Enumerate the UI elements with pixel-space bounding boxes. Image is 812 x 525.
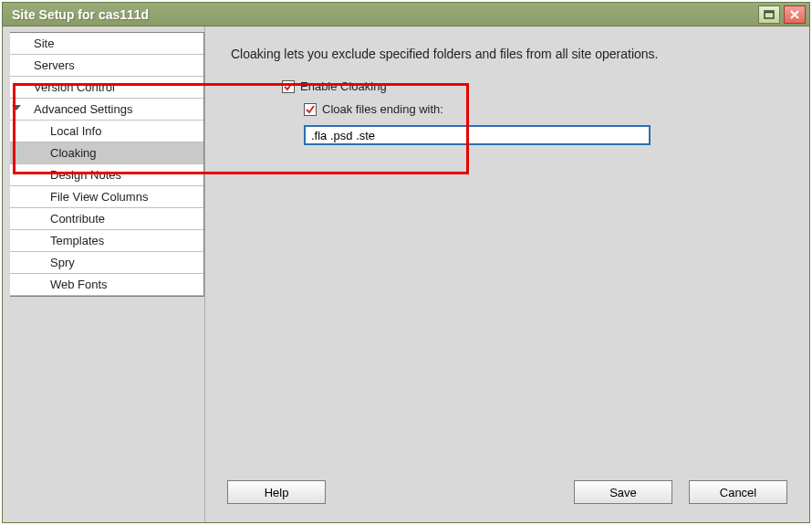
sidebar-item-servers[interactable]: Servers [10, 55, 203, 77]
nav-tree: SiteServersVersion ControlAdvanced Setti… [10, 32, 204, 297]
sidebar-item-label: Local Info [50, 124, 101, 138]
sidebar-item-templates[interactable]: Templates [10, 230, 203, 252]
enable-cloaking-label: Enable Cloaking [300, 79, 387, 93]
titlebar: Site Setup for cas111d [3, 3, 809, 26]
sidebar-item-label: Version Control [34, 80, 115, 94]
cloak-files-row: Cloak files ending with: [304, 102, 784, 116]
window-title: Site Setup for cas111d [12, 7, 758, 22]
sidebar-item-label: Advanced Settings [34, 102, 132, 116]
cloak-files-label: Cloak files ending with: [322, 102, 443, 116]
sidebar-item-label: Templates [50, 234, 104, 247]
sidebar-item-contribute[interactable]: Contribute [10, 208, 203, 230]
cancel-button[interactable]: Cancel [689, 480, 787, 504]
sidebar-item-label: Contribute [50, 212, 105, 226]
sidebar-item-advanced-settings[interactable]: Advanced Settings [10, 99, 203, 121]
sidebar-item-label: Spry [50, 256, 75, 269]
sidebar-item-local-info[interactable]: Local Info [10, 121, 203, 142]
main-panel: Cloaking lets you exclude specified fold… [205, 26, 809, 522]
enable-cloaking-row: Enable Cloaking [282, 79, 784, 93]
maximize-button[interactable] [758, 5, 780, 24]
help-button[interactable]: Help [227, 480, 326, 504]
extensions-input[interactable] [304, 125, 651, 145]
save-button[interactable]: Save [574, 480, 672, 504]
description-text: Cloaking lets you exclude specified fold… [231, 47, 784, 61]
sidebar-item-label: Cloaking [50, 146, 97, 160]
sidebar-item-design-notes[interactable]: Design Notes [10, 164, 203, 186]
sidebar: SiteServersVersion ControlAdvanced Setti… [3, 26, 205, 522]
sidebar-item-label: File View Columns [50, 190, 148, 204]
cloak-files-checkbox[interactable] [304, 103, 317, 116]
sidebar-item-version-control[interactable]: Version Control [10, 77, 203, 99]
enable-cloaking-checkbox[interactable] [282, 80, 295, 93]
sidebar-item-label: Web Fonts [50, 278, 108, 291]
expand-arrow-icon [12, 105, 21, 110]
sidebar-item-cloaking[interactable]: Cloaking [10, 142, 203, 164]
sidebar-item-file-view-columns[interactable]: File View Columns [10, 186, 203, 208]
close-button[interactable] [784, 5, 806, 24]
dialog-footer: Help Save Cancel [205, 471, 809, 522]
sidebar-item-label: Design Notes [50, 168, 121, 182]
sidebar-item-web-fonts[interactable]: Web Fonts [10, 274, 203, 296]
sidebar-item-label: Site [34, 37, 54, 50]
sidebar-item-site[interactable]: Site [10, 33, 203, 55]
sidebar-item-spry[interactable]: Spry [10, 252, 203, 274]
dialog-window: Site Setup for cas111d SiteServersVersio… [2, 2, 810, 523]
sidebar-item-label: Servers [34, 58, 75, 72]
